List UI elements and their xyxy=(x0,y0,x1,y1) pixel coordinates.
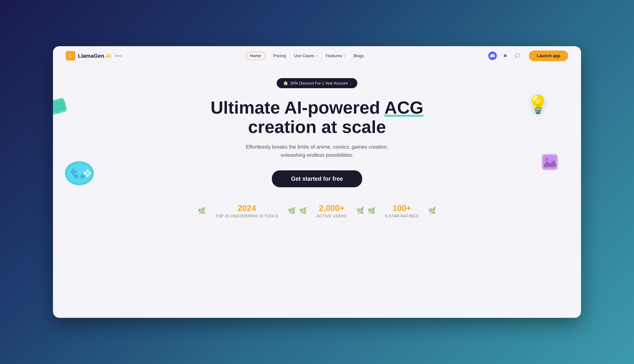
twitter-x-icon[interactable]: ✕ xyxy=(501,52,509,60)
discord-icon[interactable] xyxy=(488,52,497,60)
subtitle-line1: Effortlessly breaks the limits of anime,… xyxy=(246,144,388,150)
image-card-decoration xyxy=(541,153,559,174)
nav-item-use-cases[interactable]: Use Cases ∨ xyxy=(294,53,317,58)
stat-label-year: Top 25 UNCOVERING AI TOOLS xyxy=(216,214,278,218)
logo-icon: L xyxy=(66,51,75,60)
stat-label-ratings: 5-star ratings xyxy=(385,214,418,218)
use-cases-chevron: ∨ xyxy=(316,54,318,58)
stat-item-year: 2024 Top 25 UNCOVERING AI TOOLS xyxy=(206,203,288,218)
subtitle-line2: unleashing endless possibilities. xyxy=(281,152,353,158)
stat-divider-right-1: 🌿 🌿 xyxy=(288,207,307,214)
house-icon: 🏠 xyxy=(283,81,288,86)
discount-text: 20% Discount For 1 Year Account xyxy=(290,81,348,86)
svg-text:✕: ✕ xyxy=(86,170,88,172)
teal-decoration xyxy=(53,97,69,117)
logo-section: L LlamaGen.Ai beta xyxy=(66,51,121,60)
svg-point-4 xyxy=(545,158,548,161)
nav-item-blogs[interactable]: Blogs xyxy=(353,53,364,58)
logo-text: LlamaGen.Ai xyxy=(78,53,111,59)
svg-point-10 xyxy=(84,172,86,175)
svg-point-14 xyxy=(74,174,78,179)
svg-point-12 xyxy=(86,174,89,177)
laurel-left-3: 🌿 xyxy=(368,207,375,214)
svg-point-11 xyxy=(88,172,91,175)
hero-title-line2: creation at scale xyxy=(248,117,386,136)
stat-value-ratings: 100+ xyxy=(392,203,411,213)
nav-item-features[interactable]: Features ∨ xyxy=(326,53,345,58)
browser-window: L LlamaGen.Ai beta Home Pricing Use Case… xyxy=(53,46,581,318)
acg-text: ACG xyxy=(384,98,424,117)
stat-item-ratings: 100+ 5-star ratings xyxy=(375,203,428,218)
hero-title-line1: Ultimate AI-powered ACG xyxy=(210,98,424,117)
laurel-right-2: 🌿 xyxy=(356,207,364,214)
features-chevron: ∨ xyxy=(343,54,345,58)
nav-links: Home Pricing Use Cases ∨ Features ∨ Blog… xyxy=(246,52,364,60)
stat-label-users: Active Users xyxy=(317,214,347,218)
nav-icons: ✕ Launch app xyxy=(488,50,568,61)
lightbulb-decoration: 💡 xyxy=(527,94,549,115)
laurel-left-1: 🌿 xyxy=(198,207,206,214)
stat-divider-right-3: 🌿 xyxy=(428,207,436,214)
stat-divider-right-2: 🌿 🌿 xyxy=(356,207,375,214)
gamepad-decoration: ✕ xyxy=(63,158,96,189)
get-started-button[interactable]: Get started for free xyxy=(272,170,362,187)
stat-value-year: 2024 xyxy=(238,203,256,213)
main-content: 💡 ✕ xyxy=(53,65,581,218)
laurel-right-3: 🌿 xyxy=(428,207,436,214)
discount-arrow: › xyxy=(350,81,351,85)
svg-rect-8 xyxy=(72,169,75,175)
nav-item-home[interactable]: Home xyxy=(246,52,265,60)
hero-subtitle: Effortlessly breaks the limits of anime,… xyxy=(246,143,388,159)
launch-app-button[interactable]: Launch app xyxy=(529,50,568,61)
laurel-right-1: 🌿 xyxy=(288,207,296,214)
navbar: L LlamaGen.Ai beta Home Pricing Use Case… xyxy=(53,46,581,65)
discount-banner[interactable]: 🏠 20% Discount For 1 Year Account › xyxy=(277,78,357,88)
stat-item-users: 2,000+ Active Users xyxy=(307,203,356,218)
nav-item-pricing[interactable]: Pricing xyxy=(273,53,286,58)
laurel-left-2: 🌿 xyxy=(299,207,307,214)
stats-section: 🌿 2024 Top 25 UNCOVERING AI TOOLS 🌿 🌿 2,… xyxy=(53,203,581,218)
stat-value-users: 2,000+ xyxy=(319,203,344,213)
hero-title: Ultimate AI-powered ACG creation at scal… xyxy=(210,98,424,136)
stat-divider-left-1: 🌿 xyxy=(198,207,206,214)
chat-icon[interactable] xyxy=(513,52,522,60)
svg-point-15 xyxy=(80,174,85,179)
beta-badge: beta xyxy=(115,54,121,58)
